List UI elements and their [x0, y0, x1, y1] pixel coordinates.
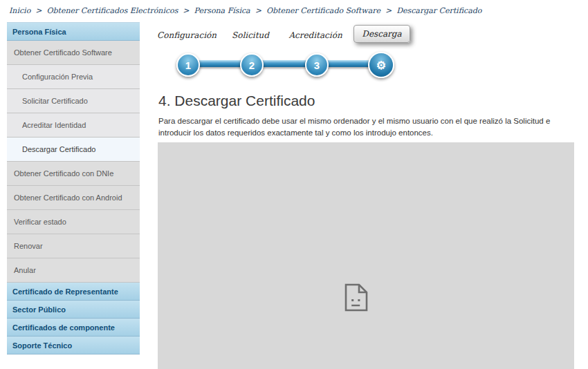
step-3-circle[interactable]: 3 [305, 53, 329, 77]
sidebar-item-anular[interactable]: Anular [7, 258, 140, 283]
step-2-circle[interactable]: 2 [240, 53, 264, 77]
sidebar-item-obtener-certificado-android[interactable]: Obtener Certificado con Android [7, 186, 140, 210]
gear-icon: ⚙ [376, 59, 386, 72]
breadcrumb-item-persona-fisica[interactable]: Persona Física [194, 6, 250, 15]
sidebar-item-obtener-certificado-software[interactable]: Obtener Certificado Software [7, 41, 140, 65]
sidebar-item-verificar-estado[interactable]: Verificar estado [7, 210, 140, 234]
sidebar-item-obtener-certificado-dnie[interactable]: Obtener Certificado con DNIe [7, 162, 140, 186]
breadcrumb-separator: > [35, 6, 42, 15]
breadcrumb: Inicio > Obtener Certificados Electrónic… [9, 6, 481, 15]
tab-descarga[interactable]: Descarga [353, 25, 410, 43]
sidebar-item-configuracion-previa[interactable]: Configuración Previa [7, 65, 140, 89]
breadcrumb-item-descargar-certificado: Descargar Certificado [396, 6, 481, 15]
step-1-circle[interactable]: 1 [176, 53, 200, 77]
broken-document-icon [344, 283, 369, 312]
sidebar-header-certificados-componente[interactable]: Certificados de componente [7, 319, 140, 337]
sidebar-header-persona-fisica[interactable]: Persona Física [7, 23, 140, 41]
breadcrumb-separator: > [255, 6, 261, 15]
breadcrumb-item-certificado-software[interactable]: Obtener Certificado Software [266, 6, 380, 15]
sidebar-item-renovar[interactable]: Renovar [7, 234, 140, 258]
step-4-circle[interactable]: ⚙ [368, 52, 394, 78]
breadcrumb-separator: > [385, 6, 392, 15]
sidebar-header-sector-publico[interactable]: Sector Público [7, 301, 140, 319]
sidebar-item-solicitar-certificado[interactable]: Solicitar Certificado [7, 89, 140, 113]
step-label-acreditacion: Acreditación [277, 30, 353, 40]
sidebar-item-descargar-certificado[interactable]: Descargar Certificado [7, 138, 140, 162]
breadcrumb-item-inicio[interactable]: Inicio [9, 6, 30, 15]
stepper-bar [178, 60, 387, 67]
sidebar-header-soporte-tecnico[interactable]: Soporte Técnico [7, 337, 140, 354]
sidebar-item-acreditar-identidad[interactable]: Acreditar Identidad [7, 113, 140, 138]
sidebar: Persona Física Obtener Certificado Softw… [7, 22, 140, 354]
page-title: 4. Descargar Certificado [158, 93, 315, 109]
breadcrumb-item-obtener-certificados[interactable]: Obtener Certificados Electrónicos [46, 6, 178, 15]
page-description: Para descargar el certificado debe usar … [158, 115, 575, 138]
sidebar-header-certificado-representante[interactable]: Certificado de Representante [7, 283, 140, 301]
content-frame [158, 142, 574, 369]
progress-stepper: Configuración Solicitud Acreditación Des… [158, 25, 434, 88]
breadcrumb-separator: > [183, 6, 189, 15]
